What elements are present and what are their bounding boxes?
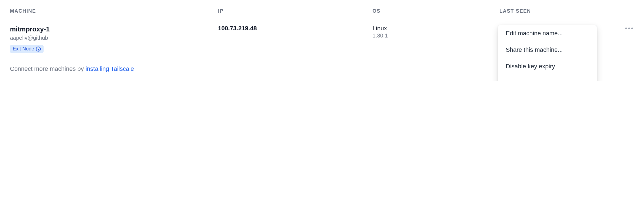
- table-row: mitmproxy-1 aapeliv@github Exit Node 100…: [10, 19, 634, 59]
- machine-user: aapeliv@github: [10, 34, 218, 42]
- more-options-button[interactable]: [624, 25, 634, 32]
- menu-disable-key-expiry[interactable]: Disable key expiry: [498, 58, 597, 75]
- table-header-row: MACHINE IP OS LAST SEEN: [10, 8, 634, 19]
- column-header-ip: IP: [218, 8, 372, 14]
- menu-edit-machine-name[interactable]: Edit machine name...: [498, 25, 597, 42]
- menu-edit-route-settings[interactable]: Edit route settings...: [498, 75, 597, 81]
- machines-table: MACHINE IP OS LAST SEEN mitmproxy-1 aape…: [10, 8, 634, 59]
- os-name: Linux: [372, 25, 499, 32]
- badge-label: Exit Node: [13, 46, 34, 52]
- info-icon: [36, 47, 41, 52]
- column-header-last-seen: LAST SEEN: [499, 8, 634, 14]
- cell-machine: mitmproxy-1 aapeliv@github Exit Node: [10, 25, 218, 53]
- context-menu: Edit machine name... Share this machine.…: [498, 25, 597, 81]
- machine-name[interactable]: mitmproxy-1: [10, 25, 218, 33]
- dots-icon: [625, 28, 627, 29]
- cell-os: Linux 1.30.1: [372, 25, 499, 53]
- exit-node-badge[interactable]: Exit Node: [10, 45, 44, 53]
- cell-ip: 100.73.219.48: [218, 25, 372, 53]
- install-tailscale-link[interactable]: installing Tailscale: [86, 65, 134, 72]
- cell-last-seen: Edit machine name... Share this machine.…: [499, 25, 634, 53]
- footer-prefix: Connect more machines by: [10, 65, 86, 72]
- menu-share-machine[interactable]: Share this machine...: [498, 42, 597, 58]
- os-version: 1.30.1: [372, 33, 499, 39]
- ip-address: 100.73.219.48: [218, 25, 372, 32]
- dots-icon: [631, 28, 633, 29]
- dots-icon: [628, 28, 630, 29]
- column-header-machine: MACHINE: [10, 8, 218, 14]
- column-header-os: OS: [372, 8, 499, 14]
